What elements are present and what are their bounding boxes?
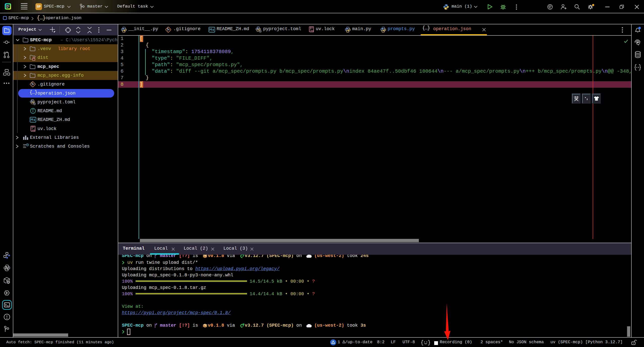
svg-text:PC: PC [6,5,9,7]
